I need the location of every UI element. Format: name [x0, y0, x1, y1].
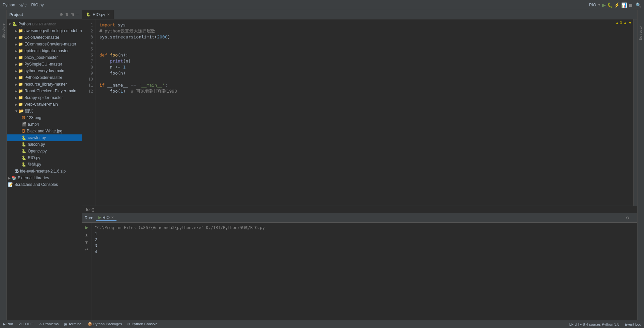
- folder-arrow: ▶: [15, 69, 17, 73]
- tree-item-ecommerce[interactable]: ▶ 📁 ECommerceCrawlers-master: [7, 41, 82, 47]
- sort-icon[interactable]: ⇅: [65, 12, 69, 17]
- console-output[interactable]: "C:\Program Files (x86)\Anaconda3\python…: [91, 223, 637, 320]
- status-python-packages[interactable]: 📦 Python Packages: [88, 322, 122, 326]
- app-menu-python[interactable]: Python: [3, 3, 15, 7]
- structure-strip: Structure: [0, 10, 7, 320]
- tree-item-img123[interactable]: 🖼 123.png: [7, 114, 82, 121]
- root-label: Python D:\TRT\Python: [18, 22, 56, 26]
- settings-icon[interactable]: ⚙: [60, 12, 63, 17]
- line-numbers: 1 2 3 4 5 6 7 8 9 10 11 12: [82, 19, 95, 206]
- folder-arrow: ▶: [15, 36, 17, 39]
- tree-item-pyspider[interactable]: ▶ 📁 PythonSpider-master: [7, 74, 82, 81]
- structure-label[interactable]: Structure: [1, 23, 5, 38]
- stop-button[interactable]: ⏹: [628, 2, 633, 8]
- project-panel-header: Project ⚙ ⇅ ⊞ ─: [7, 10, 82, 19]
- tree-item-blackwhite[interactable]: 🖼 Black and White.jpg: [7, 128, 82, 134]
- folder-label: epidemic-bigdata-master: [24, 48, 69, 53]
- folder-label: proxy_pool-master: [24, 55, 58, 60]
- tree-item-ceshi[interactable]: ▼ 📂 测试: [7, 108, 82, 114]
- zip-file-icon: 🗜: [15, 169, 19, 174]
- folder-label: python-everyday-main: [24, 69, 64, 73]
- run-tab-label: RIO: [102, 215, 109, 220]
- bottom-tab-list: Run: ▶ RIO ✕: [85, 215, 116, 221]
- folder-icon: 📁: [18, 89, 23, 93]
- run-config-dropdown[interactable]: RIO: [589, 3, 596, 7]
- folder-arrow: ▶: [15, 83, 17, 86]
- tree-item-opencvpy[interactable]: 🐍 Opencv.py: [7, 148, 82, 154]
- console-output-1: 1: [95, 231, 634, 237]
- run-dropdown-icon[interactable]: ▼: [597, 3, 601, 7]
- status-run[interactable]: ▶ Run: [3, 322, 13, 326]
- settings-icon[interactable]: ⚙: [626, 216, 630, 220]
- run-button[interactable]: ▶: [602, 2, 606, 8]
- file-label: RIO.py: [28, 155, 40, 160]
- tree-item-halconpy[interactable]: 🐍 halcon.py: [7, 141, 82, 148]
- editor-tab-rio[interactable]: 🐍 RIO.py ✕: [82, 10, 114, 19]
- code-line-4: [99, 40, 629, 46]
- app-menu-file[interactable]: RIO.py: [31, 3, 44, 7]
- bottom-tab-rio[interactable]: ▶ RIO ✕: [96, 215, 116, 221]
- folder-arrow: ▶: [15, 96, 17, 100]
- status-terminal[interactable]: ▣ Terminal: [64, 322, 82, 326]
- tree-item-scrapy[interactable]: ▶ 📁 Scrapy-spider-master: [7, 94, 82, 101]
- tree-item-ideeval[interactable]: 🗜 ide-eval-resetter-2.1.6.zip: [7, 168, 82, 175]
- status-python-console[interactable]: ⚙ Python Console: [127, 322, 158, 326]
- code-line-7: print(n): [99, 58, 629, 64]
- app-menu-run[interactable]: 运行: [19, 2, 27, 8]
- tree-item-extlibs[interactable]: ▶ 📚 External Libraries: [7, 175, 82, 181]
- tree-item-robot[interactable]: ▶ 📁 Robot-Checkers-Player-main: [7, 88, 82, 94]
- file-label: halcon.py: [28, 142, 45, 147]
- py-file-icon: 🐍: [21, 142, 26, 147]
- warning-nav-down[interactable]: ▼: [628, 21, 632, 25]
- debug-button[interactable]: 🐛: [607, 2, 613, 8]
- tree-item-mp4[interactable]: 🎬 a.mp4: [7, 121, 82, 128]
- code-content[interactable]: import sys # python设置最大递归层数 sys.setrecur…: [95, 19, 633, 206]
- status-encoding[interactable]: LF UTF-8 4 spaces Python 3.8: [569, 322, 620, 326]
- code-line-12: foo(1) # 可以看到打印到1998: [99, 88, 629, 94]
- tree-item-webcrawler[interactable]: ▶ 📁 Web-Crawler-main: [7, 101, 82, 108]
- py-file-icon: 🐍: [21, 162, 26, 167]
- scroll-down-button[interactable]: ▼: [85, 240, 89, 245]
- py-file-icon: 🐍: [21, 149, 26, 153]
- status-problems[interactable]: ⚠ Problems: [39, 322, 59, 326]
- editor-scrollbar[interactable]: [633, 19, 637, 206]
- console-output-3: 3: [95, 243, 634, 249]
- folder-label: awesome-python-login-model-m: [24, 28, 82, 33]
- profile-button[interactable]: 📊: [621, 2, 627, 8]
- event-log-label[interactable]: Event Log: [639, 23, 643, 40]
- search-everywhere-button[interactable]: 🔍: [636, 2, 641, 8]
- breadcrumb: foo(): [86, 207, 94, 212]
- folder-icon: 📁: [18, 69, 23, 73]
- code-editor[interactable]: 1 2 3 4 5 6 7 8 9 10 11 12: [82, 19, 633, 206]
- soft-wrap-button[interactable]: ↵: [85, 247, 88, 252]
- folder-icon: 📁: [18, 28, 23, 33]
- tree-item-proxy[interactable]: ▶ 📁 proxy_pool-master: [7, 54, 82, 61]
- tree-item-epidemic[interactable]: ▶ 📁 epidemic-bigdata-master: [7, 47, 82, 54]
- status-todo[interactable]: ☑ TODO: [18, 322, 33, 326]
- expand-icon[interactable]: ⊞: [71, 12, 74, 17]
- tree-item-pysimplegui[interactable]: ▶ 📁 PySimpleGUI-master: [7, 61, 82, 68]
- rerun-button[interactable]: ▶: [85, 225, 88, 230]
- project-panel: Project ⚙ ⇅ ⊞ ─ ▼ 🐍 Python D:\TRT\Python…: [7, 10, 82, 320]
- tree-item-riopy[interactable]: 🐍 RIO.py: [7, 154, 82, 161]
- project-panel-title: Project: [9, 12, 23, 17]
- warning-nav-up[interactable]: ▲: [623, 21, 627, 25]
- status-event-log[interactable]: Event Log: [625, 322, 641, 326]
- run-tab-close[interactable]: ✕: [111, 216, 114, 219]
- folder-arrow-down: ▼: [15, 109, 18, 113]
- scroll-up-button[interactable]: ▲: [85, 233, 89, 237]
- tree-item-colordetect[interactable]: ▶ 📁 ColorDetect-master: [7, 34, 82, 41]
- tab-close-button[interactable]: ✕: [107, 13, 110, 16]
- minimize-panel-icon[interactable]: ─: [632, 216, 635, 220]
- folder-arrow: ▶: [15, 89, 17, 93]
- tree-item-denglupy[interactable]: 🐍 登陆.py: [7, 161, 82, 168]
- folder-icon: 📁: [18, 102, 23, 107]
- tree-item-scratches[interactable]: 📝 Scratches and Consoles: [7, 181, 82, 188]
- tree-item-resource[interactable]: ▶ 📁 resource_library-master: [7, 81, 82, 88]
- minimize-icon[interactable]: ─: [76, 12, 79, 17]
- tree-item-crawlerpy[interactable]: 🐍 crawler.py: [7, 134, 82, 141]
- coverage-button[interactable]: ⚡: [614, 2, 620, 8]
- tree-item-pyeveryday[interactable]: ▶ 📁 python-everyday-main: [7, 68, 82, 74]
- tree-root[interactable]: ▼ 🐍 Python D:\TRT\Python: [7, 21, 82, 27]
- tree-item-awesome[interactable]: ▶ 📁 awesome-python-login-model-m: [7, 27, 82, 34]
